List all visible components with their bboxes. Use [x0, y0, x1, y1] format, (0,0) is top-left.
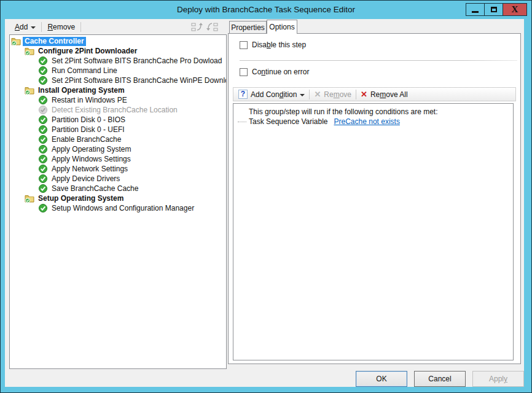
- tree-item[interactable]: Detect Existing BranchCache Location: [10, 105, 226, 115]
- remove-condition-label: Remove: [324, 90, 351, 99]
- toolbar-separator: [309, 90, 310, 99]
- tree-item[interactable]: Set 2Pint Software BITS BranchCache Pro …: [10, 56, 226, 66]
- minimize-button[interactable]: [466, 3, 485, 16]
- maximize-button[interactable]: [484, 3, 503, 16]
- tree-item[interactable]: Run Command Line: [10, 66, 226, 76]
- condition-toolbar: ? Add Condition ✕ Remove ✕: [233, 87, 516, 101]
- remove-label: R: [47, 23, 53, 31]
- condition-item[interactable]: Task Sequence Variable PreCache not exis…: [238, 117, 513, 126]
- toolbar-separator: [356, 90, 356, 99]
- step-disabled-icon: [38, 105, 48, 115]
- remove-button[interactable]: Remove: [44, 21, 79, 33]
- chevron-down-icon: [31, 26, 36, 29]
- folder-check-icon: [25, 193, 34, 203]
- ok-button[interactable]: OK: [356, 371, 407, 387]
- tree-item[interactable]: Apply Device Drivers: [10, 174, 226, 184]
- folder-check-icon: [25, 85, 34, 95]
- tree-item-label: Restart in Windows PE: [50, 96, 129, 105]
- tree-item-label: Enable BranchCache: [50, 135, 123, 144]
- step-ok-icon: [38, 125, 48, 134]
- remove-condition-button[interactable]: ✕ Remove: [311, 89, 354, 99]
- tree-item[interactable]: Install Operating System: [10, 85, 226, 95]
- titlebar: Deploy with BranchCache Task Sequence Ed…: [1, 1, 531, 19]
- step-ok-icon: [38, 164, 48, 174]
- tree-item-label: Set 2Pint Software BITS BranchCache Pro …: [50, 56, 224, 66]
- tree-item-label: Setup Operating System: [36, 194, 125, 203]
- close-icon: X: [512, 5, 518, 14]
- maximize-icon: [491, 7, 497, 12]
- move-down-icon[interactable]: [206, 21, 219, 33]
- dialog-content: Add Remove: [5, 19, 524, 387]
- tab-properties[interactable]: Properties: [229, 21, 267, 34]
- add-condition-button[interactable]: ? Add Condition: [236, 89, 307, 99]
- condition-list[interactable]: This group/step will run if the followin…: [233, 103, 514, 360]
- move-up-icon[interactable]: [190, 21, 203, 33]
- tree-item[interactable]: Partition Disk 0 - UEFI: [10, 125, 226, 134]
- minimize-icon: [472, 11, 479, 13]
- add-condition-label: Add Condition: [251, 90, 297, 99]
- tree-item-label: Cache Controller: [23, 37, 86, 46]
- tree-item-label: Apply Windows Settings: [50, 155, 133, 164]
- tree-item[interactable]: Save BranchCache Cache: [10, 184, 226, 193]
- tree-item[interactable]: Setup Operating System: [10, 193, 226, 203]
- continue-on-error-label: Continue on error: [252, 68, 309, 76]
- condition-type-label: Task Sequence Variable: [249, 117, 328, 126]
- step-ok-icon: [38, 134, 48, 144]
- tree-item[interactable]: Enable BranchCache: [10, 134, 226, 144]
- tree-item-label: Apply Network Settings: [50, 165, 130, 174]
- tree-item[interactable]: Set 2Pint Software BITS BranchCache WinP…: [10, 76, 226, 85]
- tree-item[interactable]: Apply Operating System: [10, 144, 226, 154]
- sequence-toolbar: Add Remove: [5, 19, 224, 34]
- step-ok-icon: [38, 76, 48, 85]
- cancel-button[interactable]: Cancel: [414, 371, 466, 387]
- add-button[interactable]: Add: [11, 21, 39, 33]
- tree-item-label: Set 2Pint Software BITS BranchCache WinP…: [50, 76, 227, 85]
- disable-step-label: Disable this step: [252, 41, 306, 49]
- tree-item[interactable]: Apply Network Settings: [10, 164, 226, 174]
- add-label: A: [15, 23, 20, 31]
- step-ok-icon: [38, 115, 48, 125]
- tree-item[interactable]: Cache Controller: [10, 36, 226, 46]
- step-ok-icon: [38, 56, 48, 66]
- condition-value-link[interactable]: PreCache not exists: [334, 117, 400, 126]
- tree-item-label: Detect Existing BranchCache Location: [50, 106, 179, 115]
- tree-item[interactable]: Partition Disk 0 - BIOS: [10, 115, 226, 125]
- window-title: Deploy with BranchCache Task Sequence Ed…: [1, 1, 531, 19]
- task-sequence-tree[interactable]: Cache ControllerConfigure 2Pint Download…: [9, 34, 227, 369]
- tab-options[interactable]: Options: [267, 20, 297, 34]
- tree-item[interactable]: Apply Windows Settings: [10, 154, 226, 164]
- tree-item[interactable]: Setup Windows and Configuration Manager: [10, 203, 226, 213]
- tree-item-label: Partition Disk 0 - UEFI: [50, 125, 127, 134]
- step-ok-icon: [38, 95, 48, 105]
- disable-step-checkbox[interactable]: [240, 41, 248, 49]
- tree-item-label: Save BranchCache Cache: [50, 184, 140, 193]
- step-ok-icon: [38, 144, 48, 154]
- continue-on-error-checkbox[interactable]: [240, 68, 248, 76]
- remove-all-conditions-button[interactable]: ✕ Remove All: [358, 89, 410, 99]
- tree-item-label: Run Command Line: [50, 66, 119, 76]
- step-ok-icon: [38, 184, 48, 193]
- x-red-icon: ✕: [361, 90, 367, 99]
- tree-item[interactable]: Restart in Windows PE: [10, 95, 226, 105]
- divider: [240, 60, 517, 61]
- chevron-down-icon: [300, 94, 305, 96]
- tree-item-label: Setup Windows and Configuration Manager: [50, 204, 196, 213]
- task-sequence-editor-window: Deploy with BranchCache Task Sequence Ed…: [0, 0, 532, 393]
- step-ok-icon: [38, 66, 48, 76]
- toolbar-separator: [80, 22, 81, 32]
- condition-list-header: This group/step will run if the followin…: [249, 107, 513, 117]
- x-gray-icon: ✕: [314, 90, 321, 99]
- step-ok-icon: [38, 154, 48, 164]
- toolbar-separator: [41, 22, 42, 32]
- folder-check-icon: [11, 36, 21, 46]
- apply-button[interactable]: Apply: [472, 371, 524, 387]
- question-icon: ?: [238, 90, 248, 99]
- close-button[interactable]: X: [503, 3, 527, 16]
- tree-item[interactable]: Configure 2Pint Downloader: [10, 46, 226, 56]
- remove-all-label: Remove All: [370, 90, 408, 99]
- tree-item-label: Install Operating System: [36, 86, 127, 95]
- tree-item-label: Partition Disk 0 - BIOS: [50, 115, 127, 125]
- tree-item-label: Apply Device Drivers: [50, 174, 122, 184]
- options-panel: Disable this step Continue on error ? Ad…: [228, 33, 521, 364]
- tree-item-label: Configure 2Pint Downloader: [36, 47, 139, 56]
